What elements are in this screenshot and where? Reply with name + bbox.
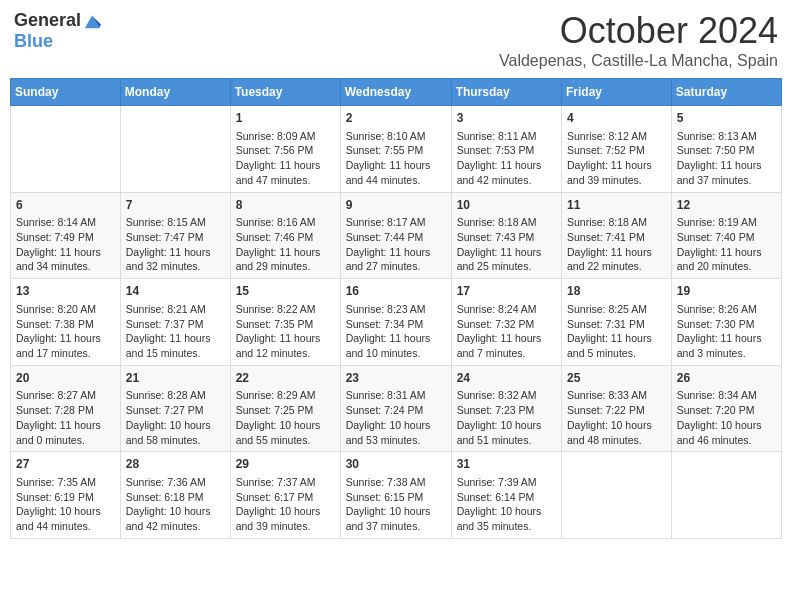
location: Valdepenas, Castille-La Mancha, Spain (499, 52, 778, 70)
day-number: 21 (126, 370, 225, 387)
day-info: Sunrise: 7:37 AM Sunset: 6:17 PM Dayligh… (236, 475, 335, 534)
day-number: 15 (236, 283, 335, 300)
calendar-cell: 4Sunrise: 8:12 AM Sunset: 7:52 PM Daylig… (562, 106, 672, 193)
day-info: Sunrise: 8:25 AM Sunset: 7:31 PM Dayligh… (567, 302, 666, 361)
calendar-cell: 3Sunrise: 8:11 AM Sunset: 7:53 PM Daylig… (451, 106, 561, 193)
calendar-cell: 30Sunrise: 7:38 AM Sunset: 6:15 PM Dayli… (340, 452, 451, 539)
page-header: General Blue October 2024 Valdepenas, Ca… (10, 10, 782, 70)
day-info: Sunrise: 8:34 AM Sunset: 7:20 PM Dayligh… (677, 388, 776, 447)
column-header-sunday: Sunday (11, 79, 121, 106)
column-header-thursday: Thursday (451, 79, 561, 106)
day-info: Sunrise: 8:13 AM Sunset: 7:50 PM Dayligh… (677, 129, 776, 188)
column-header-monday: Monday (120, 79, 230, 106)
day-info: Sunrise: 8:17 AM Sunset: 7:44 PM Dayligh… (346, 215, 446, 274)
calendar-cell (11, 106, 121, 193)
calendar-cell: 13Sunrise: 8:20 AM Sunset: 7:38 PM Dayli… (11, 279, 121, 366)
day-info: Sunrise: 8:24 AM Sunset: 7:32 PM Dayligh… (457, 302, 556, 361)
day-number: 22 (236, 370, 335, 387)
calendar-cell: 7Sunrise: 8:15 AM Sunset: 7:47 PM Daylig… (120, 192, 230, 279)
day-info: Sunrise: 8:15 AM Sunset: 7:47 PM Dayligh… (126, 215, 225, 274)
day-info: Sunrise: 8:11 AM Sunset: 7:53 PM Dayligh… (457, 129, 556, 188)
calendar-cell: 28Sunrise: 7:36 AM Sunset: 6:18 PM Dayli… (120, 452, 230, 539)
day-number: 12 (677, 197, 776, 214)
calendar-cell: 2Sunrise: 8:10 AM Sunset: 7:55 PM Daylig… (340, 106, 451, 193)
day-number: 29 (236, 456, 335, 473)
day-info: Sunrise: 8:10 AM Sunset: 7:55 PM Dayligh… (346, 129, 446, 188)
calendar-cell: 8Sunrise: 8:16 AM Sunset: 7:46 PM Daylig… (230, 192, 340, 279)
calendar-header-row: SundayMondayTuesdayWednesdayThursdayFrid… (11, 79, 782, 106)
day-number: 17 (457, 283, 556, 300)
day-info: Sunrise: 8:22 AM Sunset: 7:35 PM Dayligh… (236, 302, 335, 361)
day-number: 10 (457, 197, 556, 214)
day-number: 13 (16, 283, 115, 300)
logo: General Blue (14, 10, 101, 52)
calendar-cell: 24Sunrise: 8:32 AM Sunset: 7:23 PM Dayli… (451, 365, 561, 452)
day-info: Sunrise: 7:36 AM Sunset: 6:18 PM Dayligh… (126, 475, 225, 534)
day-number: 5 (677, 110, 776, 127)
calendar-cell: 19Sunrise: 8:26 AM Sunset: 7:30 PM Dayli… (671, 279, 781, 366)
month-title: October 2024 (499, 10, 778, 52)
day-number: 27 (16, 456, 115, 473)
day-number: 20 (16, 370, 115, 387)
calendar-cell: 11Sunrise: 8:18 AM Sunset: 7:41 PM Dayli… (562, 192, 672, 279)
calendar-week-row: 6Sunrise: 8:14 AM Sunset: 7:49 PM Daylig… (11, 192, 782, 279)
day-info: Sunrise: 8:19 AM Sunset: 7:40 PM Dayligh… (677, 215, 776, 274)
calendar-table: SundayMondayTuesdayWednesdayThursdayFrid… (10, 78, 782, 539)
calendar-cell: 29Sunrise: 7:37 AM Sunset: 6:17 PM Dayli… (230, 452, 340, 539)
day-number: 31 (457, 456, 556, 473)
day-number: 1 (236, 110, 335, 127)
calendar-week-row: 13Sunrise: 8:20 AM Sunset: 7:38 PM Dayli… (11, 279, 782, 366)
calendar-cell: 1Sunrise: 8:09 AM Sunset: 7:56 PM Daylig… (230, 106, 340, 193)
day-info: Sunrise: 7:38 AM Sunset: 6:15 PM Dayligh… (346, 475, 446, 534)
calendar-cell: 31Sunrise: 7:39 AM Sunset: 6:14 PM Dayli… (451, 452, 561, 539)
day-info: Sunrise: 8:32 AM Sunset: 7:23 PM Dayligh… (457, 388, 556, 447)
day-info: Sunrise: 8:27 AM Sunset: 7:28 PM Dayligh… (16, 388, 115, 447)
calendar-cell (562, 452, 672, 539)
calendar-cell: 26Sunrise: 8:34 AM Sunset: 7:20 PM Dayli… (671, 365, 781, 452)
calendar-cell: 5Sunrise: 8:13 AM Sunset: 7:50 PM Daylig… (671, 106, 781, 193)
calendar-cell: 10Sunrise: 8:18 AM Sunset: 7:43 PM Dayli… (451, 192, 561, 279)
day-number: 8 (236, 197, 335, 214)
day-number: 4 (567, 110, 666, 127)
day-number: 2 (346, 110, 446, 127)
calendar-cell: 25Sunrise: 8:33 AM Sunset: 7:22 PM Dayli… (562, 365, 672, 452)
day-info: Sunrise: 8:18 AM Sunset: 7:43 PM Dayligh… (457, 215, 556, 274)
logo-icon (83, 12, 101, 30)
calendar-cell: 22Sunrise: 8:29 AM Sunset: 7:25 PM Dayli… (230, 365, 340, 452)
logo-blue-text: Blue (14, 31, 53, 52)
day-info: Sunrise: 8:20 AM Sunset: 7:38 PM Dayligh… (16, 302, 115, 361)
day-number: 25 (567, 370, 666, 387)
day-info: Sunrise: 8:23 AM Sunset: 7:34 PM Dayligh… (346, 302, 446, 361)
calendar-cell: 27Sunrise: 7:35 AM Sunset: 6:19 PM Dayli… (11, 452, 121, 539)
day-info: Sunrise: 8:21 AM Sunset: 7:37 PM Dayligh… (126, 302, 225, 361)
day-number: 16 (346, 283, 446, 300)
day-number: 30 (346, 456, 446, 473)
calendar-cell (671, 452, 781, 539)
day-info: Sunrise: 8:33 AM Sunset: 7:22 PM Dayligh… (567, 388, 666, 447)
calendar-cell: 6Sunrise: 8:14 AM Sunset: 7:49 PM Daylig… (11, 192, 121, 279)
logo-general-text: General (14, 10, 81, 31)
column-header-tuesday: Tuesday (230, 79, 340, 106)
day-info: Sunrise: 7:39 AM Sunset: 6:14 PM Dayligh… (457, 475, 556, 534)
calendar-cell: 20Sunrise: 8:27 AM Sunset: 7:28 PM Dayli… (11, 365, 121, 452)
day-number: 28 (126, 456, 225, 473)
calendar-week-row: 1Sunrise: 8:09 AM Sunset: 7:56 PM Daylig… (11, 106, 782, 193)
calendar-cell: 23Sunrise: 8:31 AM Sunset: 7:24 PM Dayli… (340, 365, 451, 452)
calendar-cell: 18Sunrise: 8:25 AM Sunset: 7:31 PM Dayli… (562, 279, 672, 366)
calendar-week-row: 27Sunrise: 7:35 AM Sunset: 6:19 PM Dayli… (11, 452, 782, 539)
day-info: Sunrise: 8:26 AM Sunset: 7:30 PM Dayligh… (677, 302, 776, 361)
day-info: Sunrise: 8:29 AM Sunset: 7:25 PM Dayligh… (236, 388, 335, 447)
day-info: Sunrise: 8:28 AM Sunset: 7:27 PM Dayligh… (126, 388, 225, 447)
column-header-friday: Friday (562, 79, 672, 106)
day-number: 26 (677, 370, 776, 387)
calendar-cell: 12Sunrise: 8:19 AM Sunset: 7:40 PM Dayli… (671, 192, 781, 279)
day-number: 14 (126, 283, 225, 300)
day-info: Sunrise: 8:09 AM Sunset: 7:56 PM Dayligh… (236, 129, 335, 188)
day-info: Sunrise: 8:14 AM Sunset: 7:49 PM Dayligh… (16, 215, 115, 274)
day-number: 23 (346, 370, 446, 387)
day-number: 7 (126, 197, 225, 214)
day-number: 11 (567, 197, 666, 214)
day-number: 18 (567, 283, 666, 300)
day-number: 24 (457, 370, 556, 387)
day-number: 19 (677, 283, 776, 300)
